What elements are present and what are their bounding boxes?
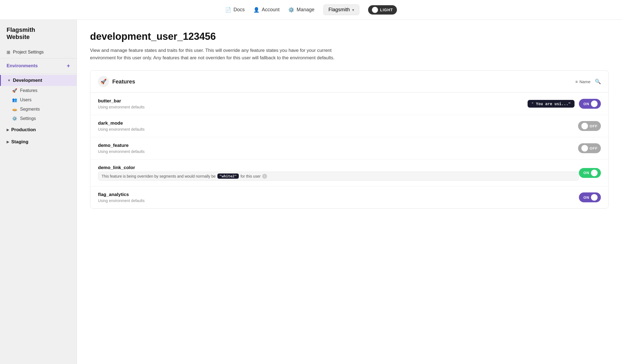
override-suffix: for this user (240, 174, 260, 178)
project-name: Flagsmith (329, 7, 350, 13)
feature-info: demo_link_color This feature is being ov… (98, 165, 579, 181)
toggle-knob (591, 100, 598, 107)
info-icon[interactable]: i (262, 174, 267, 179)
arrow-right-icon-2: ▶ (7, 140, 9, 144)
feature-toggle[interactable]: ON (579, 192, 601, 202)
development-env-group: ▼ Development 🚀 Features 👥 Users 🥧 Segme… (0, 75, 77, 123)
arrow-down-icon: ▼ (7, 79, 11, 82)
feature-name: demo_feature (98, 143, 578, 148)
features-card: 🚀 Features ≡ Name 🔍 butter_bar Using env… (90, 70, 609, 209)
account-nav-link[interactable]: 👤 Account (253, 7, 279, 13)
features-card-title: 🚀 Features (98, 76, 135, 87)
production-label: Production (11, 127, 36, 133)
feature-override-text: This feature is being overriden by segme… (98, 172, 579, 181)
features-card-icon: 🚀 (98, 76, 109, 87)
feature-value-badge: " You are usi..." (528, 100, 575, 108)
sidebar-item-segments[interactable]: 🥧 Segments (0, 105, 77, 114)
docs-label: Docs (233, 7, 245, 13)
chevron-down-icon: ▾ (352, 8, 354, 12)
project-settings-label: Project Settings (13, 50, 44, 55)
staging-env-label[interactable]: ▶ Staging (0, 136, 77, 147)
toggle-knob (581, 123, 588, 129)
environments-header[interactable]: Environments + (0, 60, 77, 72)
settings-label: Settings (20, 116, 36, 121)
settings-icon: ⚙️ (12, 116, 17, 121)
users-label: Users (20, 97, 32, 102)
toggle-knob (581, 145, 588, 152)
feature-right: OFF (578, 143, 601, 153)
search-button[interactable]: 🔍 (595, 79, 601, 85)
filter-icon: ≡ (575, 79, 578, 84)
light-mode-toggle[interactable]: LIGHT (368, 5, 397, 15)
add-environment-button[interactable]: + (67, 63, 70, 69)
light-toggle-label: LIGHT (380, 8, 393, 12)
segments-icon: 🥧 (12, 107, 17, 112)
features-card-actions: ≡ Name 🔍 (575, 79, 601, 85)
manage-label: Manage (296, 7, 314, 13)
toggle-label: ON (584, 102, 590, 106)
docs-icon: 📄 (225, 7, 231, 13)
project-settings-icon: ⊞ (7, 50, 10, 55)
page-title: development_user_123456 (90, 31, 609, 42)
feature-toggle[interactable]: ON (579, 168, 601, 178)
toggle-knob (591, 170, 598, 176)
docs-nav-link[interactable]: 📄 Docs (225, 7, 245, 13)
feature-row: flag_analytics Using environment default… (90, 186, 609, 208)
top-navigation: 📄 Docs 👤 Account ⚙️ Manage Flagsmith ▾ L… (0, 0, 622, 20)
toggle-label: OFF (590, 146, 598, 150)
features-card-title-text: Features (112, 79, 135, 85)
feature-right: ON (579, 168, 601, 178)
override-value: "white2" (217, 173, 239, 179)
production-env-group: ▶ Production (0, 124, 77, 135)
toggle-label: ON (584, 195, 590, 200)
override-prefix: This feature is being overriden by segme… (102, 174, 216, 178)
feature-toggle[interactable]: OFF (578, 121, 601, 131)
feature-name: dark_mode (98, 121, 578, 126)
feature-row: dark_mode Using environment defaults OFF (90, 115, 609, 137)
main-content: development_user_123456 View and manage … (77, 20, 622, 364)
arrow-right-icon: ▶ (7, 128, 9, 132)
feature-info: dark_mode Using environment defaults (98, 121, 578, 131)
feature-right: OFF (578, 121, 601, 131)
feature-right: ON (579, 192, 601, 202)
sidebar-item-users[interactable]: 👥 Users (0, 95, 77, 105)
staging-label: Staging (11, 139, 28, 145)
sidebar-divider-2 (0, 74, 77, 74)
feature-info: flag_analytics Using environment default… (98, 192, 579, 203)
manage-icon: ⚙️ (288, 7, 294, 13)
sidebar: FlagsmithWebsite ⊞ Project Settings Envi… (0, 20, 77, 364)
staging-env-group: ▶ Staging (0, 136, 77, 147)
production-env-label[interactable]: ▶ Production (0, 124, 77, 135)
toggle-knob (372, 7, 378, 13)
feature-sub-text: Using environment defaults (98, 149, 578, 154)
sidebar-item-settings[interactable]: ⚙️ Settings (0, 114, 77, 123)
feature-right: " You are usi..." ON (528, 99, 601, 109)
feature-sub-text: Using environment defaults (98, 105, 528, 109)
account-icon: 👤 (253, 7, 259, 13)
sidebar-item-features[interactable]: 🚀 Features (0, 86, 77, 95)
feature-info: butter_bar Using environment defaults (98, 98, 528, 109)
brand-name: FlagsmithWebsite (0, 26, 77, 47)
features-icon: 🚀 (12, 88, 17, 93)
toggle-label: OFF (590, 124, 598, 128)
project-settings-link[interactable]: ⊞ Project Settings (0, 47, 77, 57)
environments-label: Environments (7, 63, 38, 69)
features-label: Features (20, 88, 37, 93)
features-list: butter_bar Using environment defaults " … (90, 93, 609, 208)
users-icon: 👥 (12, 97, 17, 102)
feature-row: demo_feature Using environment defaults … (90, 137, 609, 159)
name-filter-button[interactable]: ≡ Name (575, 79, 590, 84)
account-label: Account (262, 7, 279, 13)
feature-row: butter_bar Using environment defaults " … (90, 93, 609, 115)
development-env-label[interactable]: ▼ Development (0, 75, 77, 86)
feature-toggle[interactable]: OFF (578, 143, 601, 153)
manage-nav-link[interactable]: ⚙️ Manage (288, 7, 314, 13)
feature-row: demo_link_color This feature is being ov… (90, 159, 609, 186)
feature-name: flag_analytics (98, 192, 579, 197)
feature-name: demo_link_color (98, 165, 579, 170)
feature-toggle[interactable]: ON (579, 99, 601, 109)
segments-label: Segments (20, 107, 40, 112)
feature-info: demo_feature Using environment defaults (98, 143, 578, 154)
project-dropdown[interactable]: Flagsmith ▾ (323, 4, 359, 15)
features-card-header: 🚀 Features ≡ Name 🔍 (90, 71, 609, 93)
